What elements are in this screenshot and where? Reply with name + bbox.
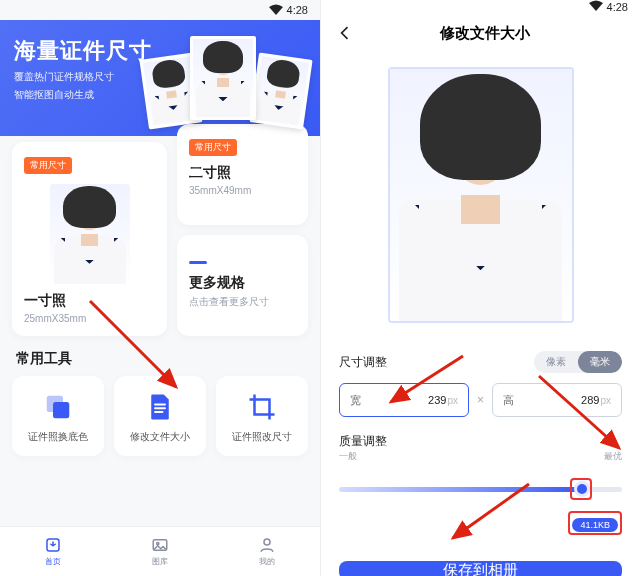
wifi-icon — [269, 4, 283, 17]
card-sub: 点击查看更多尺寸 — [189, 295, 296, 309]
tool-label: 证件照改尺寸 — [220, 430, 304, 444]
document-icon — [145, 392, 175, 422]
unit-mm[interactable]: 毫米 — [578, 351, 622, 373]
height-label: 高 — [503, 393, 514, 408]
controls: 尺寸调整 像素 毫米 宽 239px × 高 289px 质量调整 一般 最优 — [321, 343, 640, 543]
card-title: 更多规格 — [189, 274, 296, 292]
nav-profile[interactable]: 我的 — [213, 527, 320, 576]
tool-label: 证件照换底色 — [16, 430, 100, 444]
accent-bar-icon — [189, 261, 207, 264]
svg-rect-1 — [53, 402, 69, 418]
quality-min: 一般 — [339, 450, 357, 463]
bottom-nav: 首页 图库 我的 — [0, 526, 320, 576]
highlight-frame: 41.1KB — [568, 511, 622, 535]
unit: px — [447, 395, 458, 406]
size-label: 尺寸调整 — [339, 354, 387, 371]
card-photo-thumb — [50, 184, 130, 284]
width-value: 239 — [428, 394, 446, 406]
status-bar: 4:28 — [321, 0, 640, 13]
nav-home[interactable]: 首页 — [0, 527, 107, 576]
unit-toggle[interactable]: 像素 毫米 — [534, 351, 622, 373]
hero-photos — [138, 32, 308, 127]
unit-pixel[interactable]: 像素 — [534, 351, 578, 373]
tool-change-filesize[interactable]: 修改文件大小 — [114, 376, 206, 456]
file-size-badge: 41.1KB — [572, 518, 618, 532]
badge-common: 常用尺寸 — [24, 157, 72, 174]
badge-common: 常用尺寸 — [189, 139, 237, 156]
tools-row: 证件照换底色 修改文件大小 证件照改尺寸 — [0, 376, 320, 456]
card-title: 一寸照 — [24, 292, 155, 310]
quality-label: 质量调整 — [339, 433, 622, 450]
preview-photo — [388, 67, 574, 323]
card-sub: 35mmX49mm — [189, 185, 296, 196]
tools-header: 常用工具 — [0, 336, 320, 376]
dimension-row: 宽 239px × 高 289px — [339, 383, 622, 417]
height-value: 289 — [581, 394, 599, 406]
card-sub: 25mmX35mm — [24, 313, 155, 324]
size-cards-row: 常用尺寸 一寸照 25mmX35mm 常用尺寸 二寸照 35mmX49mm 更多… — [0, 124, 320, 336]
tool-change-dimensions[interactable]: 证件照改尺寸 — [216, 376, 308, 456]
wifi-icon — [589, 0, 603, 13]
save-button[interactable]: 保存到相册 — [339, 561, 622, 576]
gallery-icon — [151, 536, 169, 554]
home-icon — [44, 536, 62, 554]
status-time: 4:28 — [607, 1, 628, 13]
crop-icon — [247, 392, 277, 422]
quality-section: 质量调整 一般 最优 41.1KB — [339, 433, 622, 535]
save-button-label: 保存到相册 — [443, 561, 518, 576]
height-input[interactable]: 高 289px — [492, 383, 622, 417]
multiply-icon: × — [477, 393, 484, 407]
hero-banner: 海量证件尺寸 覆盖热门证件规格尺寸 智能抠图自动生成 — [0, 20, 320, 136]
layers-icon — [43, 392, 73, 422]
quality-slider[interactable] — [339, 475, 622, 503]
editor-screen: 4:28 修改文件大小 尺寸调整 像素 毫米 宽 239px × 高 289px — [320, 0, 640, 576]
editor-header: 修改文件大小 — [321, 13, 640, 53]
svg-point-4 — [157, 542, 159, 544]
nav-label: 我的 — [259, 556, 275, 567]
editor-title: 修改文件大小 — [343, 24, 626, 43]
width-label: 宽 — [350, 393, 361, 408]
card-title: 二寸照 — [189, 164, 296, 182]
nav-gallery[interactable]: 图库 — [107, 527, 214, 576]
profile-icon — [258, 536, 276, 554]
nav-label: 图库 — [152, 556, 168, 567]
home-screen: 4:28 海量证件尺寸 覆盖热门证件规格尺寸 智能抠图自动生成 常用尺寸 一寸照… — [0, 0, 320, 576]
nav-label: 首页 — [45, 556, 61, 567]
quality-max: 最优 — [604, 450, 622, 463]
card-two-inch[interactable]: 常用尺寸 二寸照 35mmX49mm — [177, 124, 308, 225]
width-input[interactable]: 宽 239px — [339, 383, 469, 417]
status-bar: 4:28 — [0, 0, 320, 20]
hero-photo-right — [249, 53, 312, 130]
card-more-sizes[interactable]: 更多规格 点击查看更多尺寸 — [177, 235, 308, 336]
highlight-frame — [570, 478, 592, 500]
tool-label: 修改文件大小 — [118, 430, 202, 444]
card-one-inch[interactable]: 常用尺寸 一寸照 25mmX35mm — [12, 142, 167, 336]
status-time: 4:28 — [287, 4, 308, 16]
tool-change-bg[interactable]: 证件照换底色 — [12, 376, 104, 456]
hero-photo-center — [190, 36, 256, 120]
unit: px — [600, 395, 611, 406]
preview-area — [321, 53, 640, 343]
svg-point-5 — [264, 539, 270, 545]
